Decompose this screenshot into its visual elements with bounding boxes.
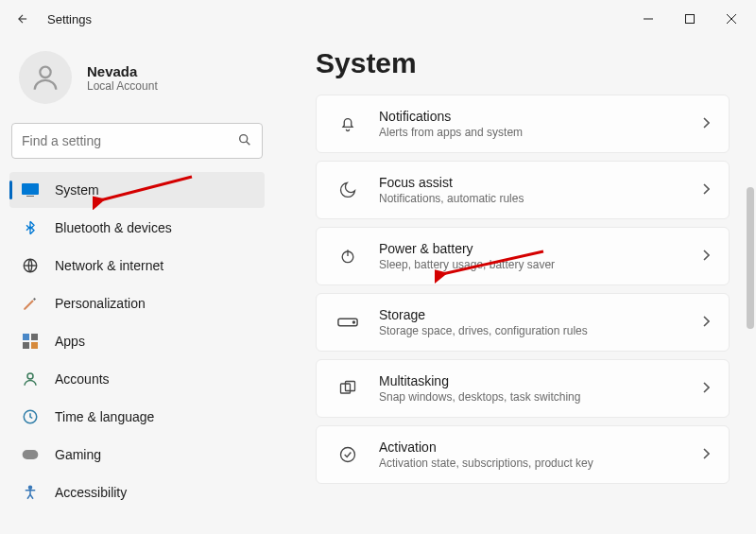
svg-rect-13 xyxy=(31,342,38,349)
profile-name: Nevada xyxy=(87,63,158,79)
svg-point-17 xyxy=(29,486,32,489)
sidebar-item-time[interactable]: Time & language xyxy=(9,399,265,435)
svg-rect-12 xyxy=(23,342,29,349)
sidebar-item-apps[interactable]: Apps xyxy=(9,323,265,359)
item-multitasking[interactable]: Multitasking Snap windows, desktops, tas… xyxy=(316,359,730,418)
card-title: Focus assist xyxy=(379,175,702,190)
close-button[interactable] xyxy=(711,4,752,34)
minimize-button[interactable] xyxy=(627,4,669,34)
svg-rect-10 xyxy=(23,334,29,340)
page-title: System xyxy=(316,47,730,79)
item-activation[interactable]: Activation Activation state, subscriptio… xyxy=(316,425,730,484)
profile[interactable]: Nevada Local Account xyxy=(9,45,265,117)
chevron-right-icon xyxy=(702,249,710,264)
chevron-right-icon xyxy=(702,315,710,330)
card-subtitle: Snap windows, desktops, task switching xyxy=(379,390,702,404)
sidebar-item-label: Network & internet xyxy=(55,258,163,273)
search-icon xyxy=(237,132,252,150)
svg-point-24 xyxy=(341,448,355,462)
sidebar-item-label: Personalization xyxy=(55,296,146,311)
sidebar-item-label: Apps xyxy=(55,334,85,349)
sidebar-item-label: Gaming xyxy=(55,447,101,462)
card-title: Power & battery xyxy=(379,241,702,256)
focus-assist-icon xyxy=(335,178,360,202)
item-power-battery[interactable]: Power & battery Sleep, battery usage, ba… xyxy=(316,227,730,285)
profile-type: Local Account xyxy=(87,79,158,93)
time-icon xyxy=(21,407,40,426)
window-controls xyxy=(627,4,752,34)
system-icon xyxy=(21,181,40,199)
multitasking-icon xyxy=(335,376,360,401)
item-storage[interactable]: Storage Storage space, drives, configura… xyxy=(316,293,730,352)
back-button[interactable] xyxy=(4,0,42,38)
power-icon xyxy=(335,244,360,268)
chevron-right-icon xyxy=(702,447,710,462)
profile-text: Nevada Local Account xyxy=(87,63,158,93)
bluetooth-icon xyxy=(21,218,40,237)
accounts-icon xyxy=(21,370,40,388)
activation-icon xyxy=(335,442,360,467)
svg-rect-11 xyxy=(31,334,38,340)
item-notifications[interactable]: Notifications Alerts from apps and syste… xyxy=(316,95,730,153)
svg-line-6 xyxy=(247,141,250,145)
sidebar-item-gaming[interactable]: Gaming xyxy=(9,437,265,473)
titlebar: Settings xyxy=(0,0,756,38)
sidebar-item-personalization[interactable]: Personalization xyxy=(9,285,265,321)
sidebar: Nevada Local Account System Bluetooth xyxy=(0,38,274,534)
scrollbar-thumb[interactable] xyxy=(747,187,754,329)
sidebar-item-label: Time & language xyxy=(55,409,154,424)
chevron-right-icon xyxy=(702,116,710,131)
window-title: Settings xyxy=(47,12,92,26)
nav: System Bluetooth & devices Network & int… xyxy=(9,172,265,510)
svg-rect-8 xyxy=(26,196,34,197)
accessibility-icon xyxy=(21,483,40,502)
card-subtitle: Sleep, battery usage, battery saver xyxy=(379,258,702,271)
main: System Notifications Alerts from apps an… xyxy=(274,38,756,534)
card-subtitle: Alerts from apps and system xyxy=(379,126,702,139)
search-box[interactable] xyxy=(11,123,263,159)
sidebar-item-label: System xyxy=(55,182,99,198)
card-title: Notifications xyxy=(379,109,702,124)
sidebar-item-bluetooth[interactable]: Bluetooth & devices xyxy=(9,210,265,246)
svg-point-14 xyxy=(27,373,33,379)
sidebar-item-system[interactable]: System xyxy=(9,172,265,208)
sidebar-item-label: Bluetooth & devices xyxy=(55,220,172,235)
card-subtitle: Storage space, drives, configuration rul… xyxy=(379,324,702,337)
apps-icon xyxy=(21,332,40,351)
sidebar-item-label: Accessibility xyxy=(55,485,127,500)
chevron-right-icon xyxy=(702,381,710,396)
maximize-button[interactable] xyxy=(669,4,711,34)
gaming-icon xyxy=(21,445,40,464)
sidebar-item-network[interactable]: Network & internet xyxy=(9,248,265,284)
card-subtitle: Activation state, subscriptions, product… xyxy=(379,456,702,470)
card-title: Activation xyxy=(379,439,702,455)
card-title: Multitasking xyxy=(379,373,702,388)
storage-icon xyxy=(335,310,360,335)
sidebar-item-accessibility[interactable]: Accessibility xyxy=(9,474,265,510)
network-icon xyxy=(21,256,40,275)
card-subtitle: Notifications, automatic rules xyxy=(379,192,702,205)
svg-rect-7 xyxy=(22,183,39,195)
chevron-right-icon xyxy=(702,182,710,198)
svg-rect-16 xyxy=(23,450,39,459)
sidebar-item-accounts[interactable]: Accounts xyxy=(9,361,265,397)
search-input[interactable] xyxy=(22,133,237,148)
item-focus-assist[interactable]: Focus assist Notifications, automatic ru… xyxy=(316,161,730,219)
personalization-icon xyxy=(21,294,40,313)
avatar xyxy=(19,51,72,104)
settings-list: Notifications Alerts from apps and syste… xyxy=(316,95,730,484)
svg-point-21 xyxy=(353,321,355,323)
sidebar-item-label: Accounts xyxy=(55,371,110,387)
card-title: Storage xyxy=(379,307,702,322)
svg-point-5 xyxy=(240,134,248,142)
svg-point-4 xyxy=(40,67,50,78)
notifications-icon xyxy=(335,112,360,136)
svg-rect-1 xyxy=(686,15,695,24)
